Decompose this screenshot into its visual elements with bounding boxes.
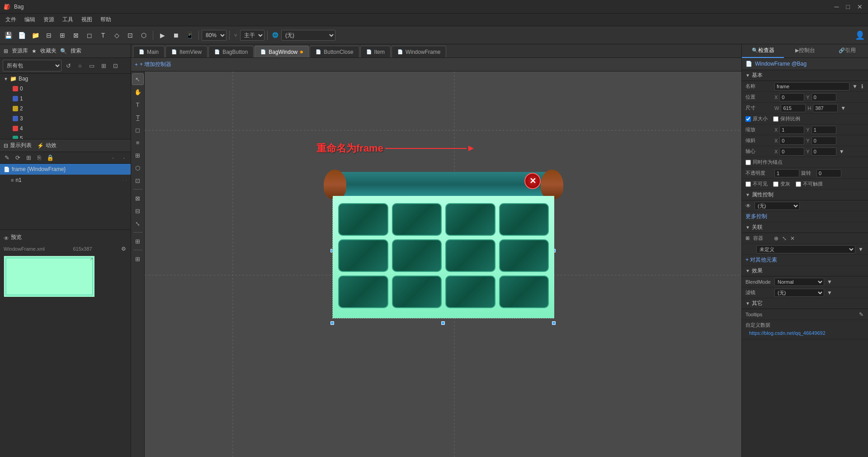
prop-name-input[interactable] xyxy=(774,82,849,90)
size-expand-btn[interactable]: ▼ xyxy=(840,104,847,112)
tree-item-0[interactable]: 0 xyxy=(0,84,131,94)
toolbar-btn10[interactable]: ⊡ xyxy=(124,29,137,42)
prop-skew-y[interactable] xyxy=(811,137,836,145)
tree-item-1[interactable]: 1 xyxy=(0,94,131,104)
dl-add-btn[interactable]: ⊞ xyxy=(24,153,33,163)
grid-item-12[interactable] xyxy=(499,276,549,308)
tab-itemview[interactable]: 📄 ItemView xyxy=(165,46,208,57)
tab-reference[interactable]: 🔗 引用 xyxy=(826,44,868,58)
add-target-row[interactable]: + 对其他元素 xyxy=(742,255,868,266)
refresh-btn[interactable]: ↺ xyxy=(63,61,73,71)
dl-more1[interactable]: · xyxy=(108,153,118,163)
tab-windowframe[interactable]: 📄 WindowFrame xyxy=(392,46,446,57)
grid-item-9[interactable] xyxy=(338,276,388,308)
keep-ratio-checkbox[interactable] xyxy=(773,116,778,122)
tool-align[interactable]: ⊟ xyxy=(132,205,144,217)
canvas-drawing-area[interactable]: ✕ xyxy=(145,71,741,457)
tab-bagbutton[interactable]: 📄 BagButton xyxy=(208,46,254,57)
prop-pivot-y[interactable] xyxy=(811,148,836,156)
menu-tools[interactable]: 工具 xyxy=(59,15,77,24)
tab-item[interactable]: 📄 Item xyxy=(360,46,391,57)
toolbar-play[interactable]: ▶ xyxy=(156,29,169,42)
toolbar-btn8[interactable]: T xyxy=(97,29,109,42)
container-value-expand[interactable]: ▼ xyxy=(857,245,864,253)
tool-graph[interactable]: ⊞ xyxy=(132,149,144,161)
tool-text2[interactable]: T̲ xyxy=(132,111,144,123)
add-controller-btn[interactable]: + + 增加控制器 xyxy=(135,61,171,68)
tool-list[interactable]: ≡ xyxy=(132,137,144,148)
grayed-checkbox[interactable] xyxy=(773,181,778,187)
sync-anchor-checkbox[interactable] xyxy=(745,160,751,165)
prop-skew-x[interactable] xyxy=(779,137,804,145)
display-list-item-n1[interactable]: ≡ n1 · · xyxy=(0,175,131,186)
prop-size-h[interactable] xyxy=(813,104,838,112)
tree-item-5[interactable]: 5 xyxy=(0,133,131,139)
scene-select[interactable]: (无) xyxy=(281,30,335,41)
close-btn[interactable]: ✕ xyxy=(855,3,864,10)
touchable-checkbox[interactable] xyxy=(796,181,801,187)
tree-item-bag[interactable]: ▼ 📁 Bag xyxy=(0,74,131,84)
grid-item-11[interactable] xyxy=(445,276,495,308)
branch-select[interactable]: 主干 xyxy=(240,30,264,41)
preview-settings-btn[interactable]: ⚙ xyxy=(120,245,127,253)
grid-item-2[interactable] xyxy=(392,203,442,236)
toolbar-btn11[interactable]: ⬡ xyxy=(137,29,150,42)
blendmode-select[interactable]: Normal xyxy=(774,278,824,286)
tool-text[interactable]: T xyxy=(132,99,144,110)
grid-item-8[interactable] xyxy=(499,239,549,272)
favorites-label[interactable]: 收藏夹 xyxy=(40,47,57,55)
maximize-btn[interactable]: □ xyxy=(844,3,852,10)
tool-snap[interactable]: ⊠ xyxy=(132,192,144,204)
tool-shape[interactable]: ◻ xyxy=(132,124,144,136)
add-more-ctrl-row[interactable]: 更多控制 xyxy=(742,211,868,222)
tool-pan[interactable]: ✋ xyxy=(132,86,144,98)
toolbar-btn9[interactable]: ◇ xyxy=(110,29,123,42)
tab-console[interactable]: ▶ 控制台 xyxy=(784,44,826,58)
blendmode-expand[interactable]: ▼ xyxy=(826,278,833,286)
grid-item-6[interactable] xyxy=(392,239,442,272)
toolbar-btn4[interactable]: ⊟ xyxy=(42,29,55,42)
menu-help[interactable]: 帮助 xyxy=(97,15,115,24)
prop-opacity-input[interactable] xyxy=(774,169,799,177)
toolbar-btn6[interactable]: ⊠ xyxy=(70,29,82,42)
search-label[interactable]: 搜索 xyxy=(71,47,81,55)
layout-btn2[interactable]: ⊞ xyxy=(99,61,108,71)
package-select[interactable]: 所有包 xyxy=(3,60,61,71)
tree-item-4[interactable]: 4 xyxy=(0,124,131,133)
prop-scale-x[interactable] xyxy=(779,126,804,134)
toolbar-btn7[interactable]: ◻ xyxy=(83,29,96,42)
menu-file[interactable]: 文件 xyxy=(2,15,20,24)
tab-bagwindow[interactable]: 📄 BagWindow xyxy=(255,46,309,57)
prop-rotation-input[interactable] xyxy=(816,169,841,177)
menu-edit[interactable]: 编辑 xyxy=(21,15,39,24)
grid-item-7[interactable] xyxy=(445,239,495,272)
dl-del-btn[interactable]: 🔒 xyxy=(45,153,55,163)
grid-item-3[interactable] xyxy=(445,203,495,236)
prop-ctrl-eye-select[interactable]: (无) xyxy=(755,202,800,210)
toolbar-new[interactable]: 📄 xyxy=(15,29,28,42)
prop-pivot-x[interactable] xyxy=(779,148,804,156)
display-list-item-frame[interactable]: 📄 frame {WindowFrame} · · xyxy=(0,164,131,175)
tree-item-2[interactable]: 2 xyxy=(0,104,131,114)
grid-item-4[interactable] xyxy=(499,203,549,236)
prop-pos-y[interactable] xyxy=(811,93,836,101)
anim-label[interactable]: 动效 xyxy=(46,142,57,149)
prop-pos-x[interactable] xyxy=(779,93,804,101)
toolbar-save[interactable]: 💾 xyxy=(2,29,14,42)
toolbar-open[interactable]: 📁 xyxy=(29,29,42,42)
zoom-select[interactable]: 80% xyxy=(202,30,226,41)
asset-library-label[interactable]: 资源库 xyxy=(12,47,28,55)
handle-bm[interactable] xyxy=(441,321,445,325)
grid-item-5[interactable] xyxy=(338,239,388,272)
tab-main[interactable]: 📄 Main xyxy=(133,46,165,57)
toolbar-btn5[interactable]: ⊞ xyxy=(56,29,69,42)
prop-ctrl-title[interactable]: ▼ 属性控制 xyxy=(742,190,868,200)
prop-name-dropdown[interactable]: ▼ xyxy=(851,82,859,90)
tab-inspector[interactable]: 🔍 检查器 xyxy=(742,44,784,58)
grid-item-1[interactable] xyxy=(338,203,388,236)
dl-edit-btn[interactable]: ✎ xyxy=(2,153,12,163)
handle-br[interactable] xyxy=(552,321,556,325)
prop-scale-y[interactable] xyxy=(811,126,836,134)
container-value-select[interactable]: 未定义 xyxy=(756,245,855,253)
tooltips-edit-btn[interactable]: ✎ xyxy=(858,310,864,319)
